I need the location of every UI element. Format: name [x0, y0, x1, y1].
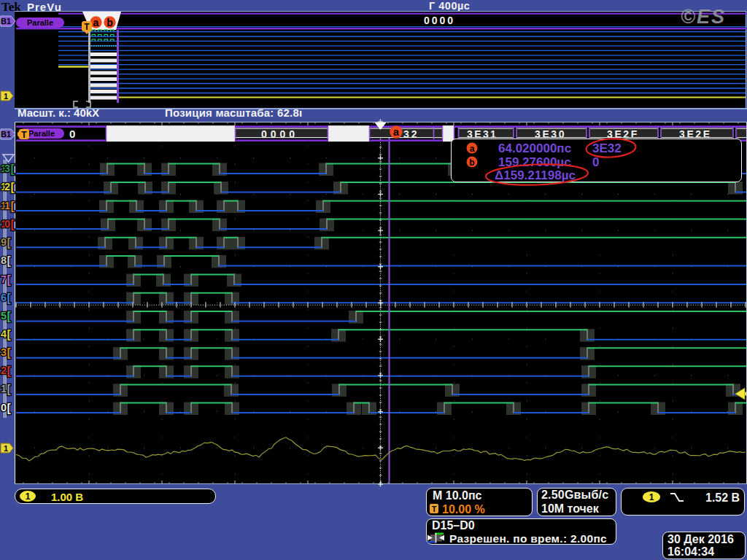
svg-text:4: 4	[1, 328, 7, 340]
svg-text:[: [	[7, 383, 12, 395]
svg-text:T: T	[432, 505, 437, 513]
svg-text:[: [	[7, 236, 12, 249]
svg-text:2: 2	[1, 365, 7, 376]
svg-text:[: [	[7, 328, 12, 341]
svg-text:5: 5	[1, 310, 7, 322]
svg-text:[: [	[7, 310, 12, 322]
svg-text:0: 0	[1, 402, 7, 413]
svg-text:3: 3	[1, 346, 7, 358]
svg-text:a: a	[393, 126, 399, 138]
svg-text:10: 10	[1, 218, 10, 230]
svg-text:6: 6	[1, 292, 7, 303]
svg-text:9: 9	[1, 236, 7, 248]
svg-text:[: [	[7, 273, 12, 286]
svg-text:[: [	[7, 365, 12, 377]
svg-text:1.52 В: 1.52 В	[705, 491, 740, 504]
svg-text:[: [	[7, 292, 12, 304]
svg-text:[: [	[7, 402, 12, 414]
svg-text:7: 7	[1, 273, 7, 285]
svg-text:1: 1	[1, 383, 7, 394]
svg-text:[: [	[11, 163, 15, 175]
svg-text:1: 1	[26, 491, 31, 502]
svg-text:[: [	[7, 346, 12, 359]
svg-text:[: [	[11, 181, 15, 193]
svg-text:[: [	[7, 254, 12, 267]
svg-text:12: 12	[1, 181, 10, 192]
svg-text:8: 8	[1, 254, 7, 266]
svg-text:1: 1	[649, 492, 654, 502]
svg-text:13: 13	[1, 163, 10, 174]
svg-text:11: 11	[1, 200, 10, 211]
svg-text:[: [	[11, 218, 15, 230]
svg-text:1: 1	[4, 444, 8, 453]
svg-text:T: T	[21, 130, 27, 140]
svg-text:[: [	[11, 200, 15, 212]
